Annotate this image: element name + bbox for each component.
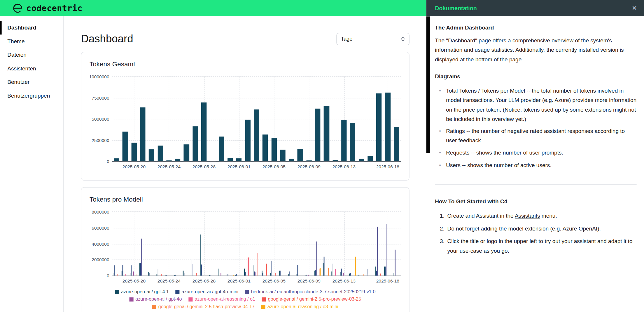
bar: [175, 275, 176, 275]
period-select[interactable]: Tage: [336, 33, 410, 45]
bar: [324, 106, 329, 161]
sidebar-item-dashboard[interactable]: Dashboard: [0, 21, 63, 34]
gridline: [239, 77, 239, 161]
tokens-per-model-plot: 020000004000000600000080000002025-05-202…: [112, 212, 401, 276]
legend-item: azure-open-ai / gpt-4o-mini: [175, 288, 238, 295]
x-tick-label: 2025-06-13: [332, 278, 356, 283]
legend-swatch: [245, 290, 249, 294]
assistants-link[interactable]: Assistants: [515, 213, 540, 219]
doc-section-get-started: How To Get Started with C4: [435, 197, 636, 207]
gridline: [169, 77, 169, 161]
bar: [131, 265, 132, 275]
doc-scrollbar-thumb[interactable]: [426, 16, 430, 153]
bar: [130, 273, 131, 275]
legend-item: azure-open-ai-reasoning / o1: [188, 296, 255, 303]
bar: [254, 110, 259, 161]
bar: [131, 143, 137, 161]
bar: [165, 275, 166, 275]
bar: [305, 275, 306, 275]
x-tick-label: 2025-05-28: [192, 164, 216, 169]
bar: [271, 261, 272, 275]
bar: [324, 256, 324, 275]
legend-item: bedrock-ai / eu.anthropic.claude-3-7-son…: [245, 288, 376, 295]
legend-item: google-genai / gemini-2.5-flash-preview-…: [152, 303, 255, 310]
bar: [385, 266, 386, 275]
bar: [315, 109, 321, 161]
bar: [248, 258, 248, 275]
bar: [377, 227, 378, 276]
sidebar-item-assistenten[interactable]: Assistenten: [0, 62, 63, 75]
bar: [306, 275, 307, 275]
sidebar-item-dateien[interactable]: Dateien: [0, 48, 63, 62]
bar: [253, 265, 253, 275]
x-tick-label: 2025-06-09: [298, 164, 321, 169]
doc-bullet-item: Total Tokens / Tokens per Model -- the t…: [439, 86, 636, 124]
bar: [350, 123, 356, 161]
bar: [219, 137, 224, 161]
y-tick-label: 8000000: [92, 209, 109, 214]
bar: [192, 264, 193, 276]
bar: [358, 275, 358, 275]
bar: [288, 274, 288, 275]
bar: [393, 273, 393, 276]
bar: [235, 275, 236, 276]
bar: [196, 273, 197, 275]
logo[interactable]: codecentric: [12, 3, 83, 13]
legend-item: azure-open-ai-reasoning / o3-mini: [261, 303, 338, 310]
bar: [367, 274, 367, 275]
y-tick-label: 6000000: [92, 225, 109, 230]
gridline: [112, 98, 401, 98]
bar: [244, 268, 245, 276]
sidebar-item-theme[interactable]: Theme: [0, 34, 63, 48]
bar: [125, 274, 126, 275]
bar: [256, 257, 257, 275]
bar: [161, 274, 162, 275]
sidebar-item-benutzer[interactable]: Benutzer: [0, 75, 63, 89]
bar: [341, 268, 342, 276]
bar: [249, 257, 249, 276]
sidebar-item-benutzergruppen[interactable]: Benutzergruppen: [0, 89, 63, 102]
app: codecentric DashboardThemeDateienAssiste…: [0, 0, 644, 312]
doc-scrollbar-track[interactable]: [426, 16, 430, 312]
x-tick-label: 2025-06-05: [262, 164, 286, 169]
bar: [117, 274, 118, 275]
y-tick-label: 4000000: [92, 241, 109, 246]
bar: [385, 93, 391, 161]
bar: [280, 271, 281, 275]
bar: [220, 273, 221, 275]
bar: [245, 120, 251, 161]
documentation-panel: Dokumentation ✕ The Admin Dashboard The …: [426, 0, 644, 312]
bar: [149, 149, 154, 161]
doc-step-text: Click the title or logo in the upper lef…: [447, 238, 632, 254]
x-tick-label: 2025-06-09: [298, 278, 321, 283]
y-tick-label: 10000000: [89, 74, 109, 79]
doc-step-text: menu.: [540, 213, 557, 219]
gridline: [112, 228, 401, 228]
bar: [316, 241, 316, 275]
bar: [320, 268, 320, 276]
page-title: Dashboard: [81, 32, 133, 45]
bar: [359, 275, 359, 275]
bar: [275, 273, 275, 275]
gridline: [309, 77, 309, 161]
bar: [233, 275, 234, 276]
bar: [210, 275, 211, 276]
logo-text: codecentric: [26, 3, 83, 13]
bar: [343, 273, 344, 275]
doc-bullet-item: Ratings -- the number of negative rated …: [439, 127, 636, 146]
documentation-header: Dokumentation ✕: [426, 0, 644, 16]
close-icon[interactable]: ✕: [632, 5, 637, 11]
gridline: [134, 212, 134, 275]
bar: [323, 263, 323, 276]
bar: [219, 267, 219, 276]
bar: [270, 273, 271, 275]
bar: [359, 159, 364, 161]
legend-row: google-genai / gemini-2.5-flash-preview-…: [152, 303, 338, 310]
gridline: [388, 212, 388, 275]
bar: [380, 274, 380, 276]
legend-label: azure-open-ai / gpt-4.1: [121, 288, 169, 295]
bar: [139, 263, 140, 275]
x-tick-label: 2025-06-18: [376, 164, 399, 169]
bar: [262, 273, 263, 276]
gridline: [274, 212, 274, 275]
